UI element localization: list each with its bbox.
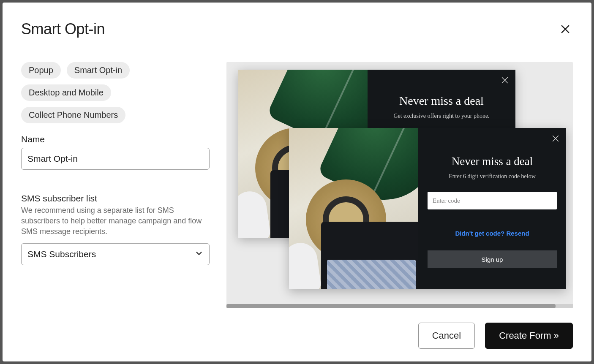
preview-front-subtitle: Enter 6 digit verification code below	[449, 173, 536, 180]
preview-image	[289, 128, 418, 289]
resend-code-link[interactable]: Didn't get code? Resend	[455, 230, 529, 237]
modal-close-button[interactable]	[558, 22, 573, 37]
preview-back-subtitle: Get exclusive offers right to your phone…	[393, 113, 489, 120]
modal-header: Smart Opt-in	[21, 20, 573, 50]
preview-stage: Never miss a deal Get exclusive offers r…	[226, 62, 573, 308]
preview-back-close-button[interactable]	[500, 76, 510, 85]
preview-column: Never miss a deal Get exclusive offers r…	[226, 62, 573, 308]
preview-front-close-button[interactable]	[551, 134, 560, 143]
signup-button[interactable]: Sign up	[428, 250, 557, 268]
sms-list-select[interactable]: SMS Subscribers	[21, 243, 210, 265]
tag-chips: Popup Smart Opt-in Desktop and Mobile Co…	[21, 62, 210, 123]
preview-front-title: Never miss a deal	[452, 155, 533, 168]
sms-list-select-wrap: SMS Subscribers	[21, 243, 210, 265]
smart-optin-modal: Smart Opt-in Popup Smart Opt-in Desktop …	[3, 3, 591, 361]
close-icon	[551, 134, 560, 143]
chip-popup: Popup	[21, 62, 61, 79]
preview-card-front: Never miss a deal Enter 6 digit verifica…	[289, 128, 566, 289]
chip-desktop-mobile: Desktop and Mobile	[21, 84, 111, 101]
close-icon	[500, 76, 510, 85]
preview-back-title: Never miss a deal	[399, 94, 484, 108]
preview-front-panel: Never miss a deal Enter 6 digit verifica…	[418, 128, 566, 289]
modal-footer: Cancel Create Form »	[21, 308, 573, 349]
close-icon	[559, 23, 571, 35]
sms-list-heading: SMS subscriber list	[21, 193, 210, 204]
cancel-button[interactable]: Cancel	[418, 323, 475, 349]
name-input[interactable]	[21, 148, 210, 170]
modal-title: Smart Opt-in	[21, 20, 105, 38]
preview-scrollbar-thumb[interactable]	[226, 304, 556, 308]
chip-collect-phone: Collect Phone Numbers	[21, 107, 125, 123]
create-form-button[interactable]: Create Form »	[485, 323, 573, 349]
sms-list-description: We recommend using a separate list for S…	[21, 205, 210, 237]
verification-code-input[interactable]	[428, 192, 557, 209]
name-label: Name	[21, 134, 210, 144]
preview-scrollbar-track[interactable]	[226, 304, 573, 308]
modal-body: Popup Smart Opt-in Desktop and Mobile Co…	[21, 50, 573, 308]
chip-smart-optin: Smart Opt-in	[67, 62, 130, 79]
form-column: Popup Smart Opt-in Desktop and Mobile Co…	[21, 62, 210, 308]
